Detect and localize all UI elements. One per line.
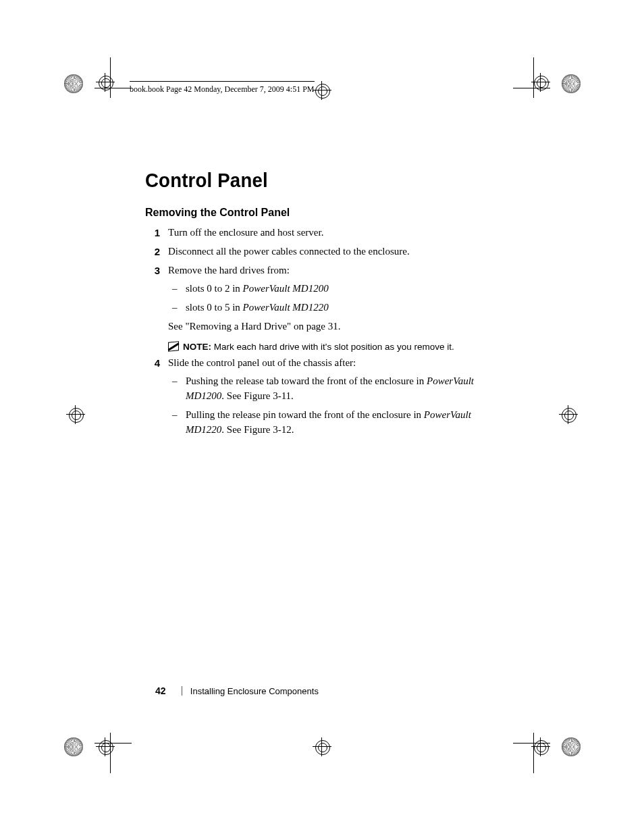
note-icon	[168, 341, 179, 352]
step-item: 3 Remove the hard drives from: – slots 0…	[145, 263, 506, 334]
step-text: Turn off the enclosure and host server.	[168, 226, 506, 240]
text: slots 0 to 2 in	[186, 283, 243, 294]
steps-list: 1 Turn off the enclosure and host server…	[145, 226, 506, 334]
text: . See Figure 3-11.	[221, 390, 294, 401]
dash-icon: –	[168, 408, 186, 438]
model-name: PowerVault MD1200	[243, 283, 329, 294]
crop-line	[533, 57, 534, 98]
text: Pulling the release pin toward the front…	[186, 409, 424, 420]
footer-separator	[182, 686, 182, 696]
step-text: Disconnect all the power cables connecte…	[168, 244, 506, 259]
bullet-text: Pulling the release pin toward the front…	[186, 408, 506, 438]
printer-radial-topleft	[64, 74, 83, 93]
note-text: Mark each hard drive with it's slot posi…	[211, 342, 454, 352]
step-item: 1 Turn off the enclosure and host server…	[145, 226, 506, 240]
step-number: 1	[145, 226, 168, 240]
step-body: Remove the hard drives from: – slots 0 t…	[168, 263, 506, 334]
sub-bullets: – slots 0 to 2 in PowerVault MD1200 – sl…	[168, 282, 506, 315]
bullet-item: – Pushing the release tab toward the fro…	[168, 374, 506, 404]
page-number: 42	[155, 685, 166, 696]
registration-mark-icon	[313, 81, 331, 100]
step-number: 3	[145, 263, 168, 334]
registration-mark-icon	[66, 405, 85, 424]
bullet-item: – slots 0 to 5 in PowerVault MD1220	[168, 301, 506, 315]
subsection-heading: Removing the Control Panel	[145, 207, 506, 219]
dash-icon: –	[168, 301, 186, 315]
step-number: 2	[145, 244, 168, 259]
running-head: book.book Page 42 Monday, December 7, 20…	[130, 81, 315, 95]
text: Pushing the release tab toward the front…	[186, 375, 427, 386]
step-number: 4	[145, 356, 168, 442]
step-item: 4 Slide the control panel out of the cha…	[145, 356, 506, 442]
registration-mark-icon	[531, 73, 550, 92]
bullet-item: – slots 0 to 2 in PowerVault MD1200	[168, 282, 506, 296]
step-body: Slide the control panel out of the chass…	[168, 356, 506, 442]
registration-mark-icon	[531, 737, 550, 756]
registration-mark-icon	[96, 737, 115, 756]
dash-icon: –	[168, 282, 186, 296]
text: slots 0 to 5 in	[186, 302, 243, 313]
see-reference: See "Removing a Hard Drive" on page 31.	[168, 319, 506, 334]
bullet-item: – Pulling the release pin toward the fro…	[168, 408, 506, 438]
bullet-text: slots 0 to 2 in PowerVault MD1200	[186, 282, 506, 296]
steps-list-continued: 4 Slide the control panel out of the cha…	[145, 356, 506, 442]
registration-mark-icon	[559, 405, 578, 424]
dash-icon: –	[168, 374, 186, 404]
sub-bullets: – Pushing the release tab toward the fro…	[168, 374, 506, 437]
note-label: NOTE:	[183, 342, 211, 352]
step-text: Slide the control panel out of the chass…	[168, 357, 356, 368]
crop-line	[533, 733, 534, 773]
page-footer: 42 Installing Enclosure Components	[155, 685, 319, 696]
section-heading: Control Panel	[145, 169, 477, 192]
note-callout: NOTE: Mark each hard drive with it's slo…	[168, 341, 506, 352]
text: . See Figure 3-12.	[221, 424, 294, 435]
crop-line	[513, 88, 550, 88]
step-text: Remove the hard drives from:	[168, 265, 290, 276]
crop-line	[95, 743, 132, 744]
bullet-text: Pushing the release tab toward the front…	[186, 374, 506, 404]
crop-line	[513, 743, 550, 744]
page-content: Control Panel Removing the Control Panel…	[145, 169, 506, 445]
crop-line	[95, 88, 132, 88]
printer-radial-bottomright	[562, 737, 581, 756]
printer-radial-topright	[562, 74, 581, 93]
step-item: 2 Disconnect all the power cables connec…	[145, 244, 506, 259]
bullet-text: slots 0 to 5 in PowerVault MD1220	[186, 301, 506, 315]
crop-line	[110, 57, 111, 98]
registration-mark-icon	[96, 73, 115, 92]
crop-line	[110, 733, 111, 773]
chapter-name: Installing Enclosure Components	[190, 686, 319, 696]
registration-mark-icon	[313, 737, 331, 756]
model-name: PowerVault MD1220	[243, 302, 329, 313]
printer-radial-bottomleft	[64, 737, 83, 756]
